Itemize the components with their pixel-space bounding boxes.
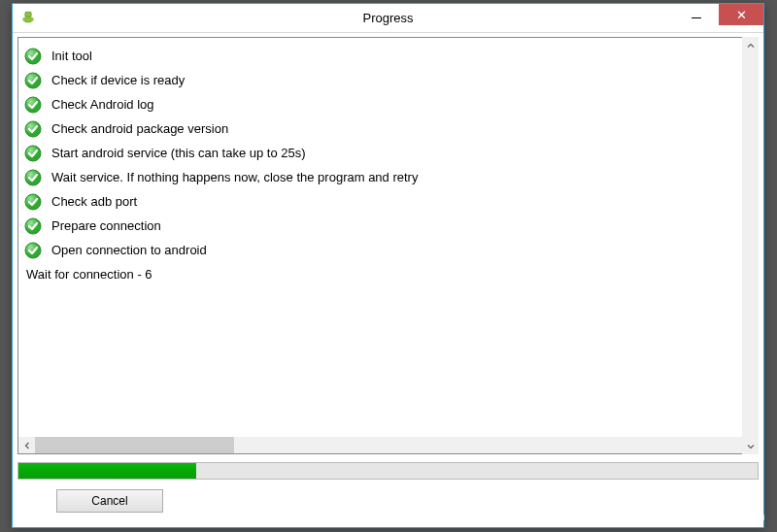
minimize-button[interactable] (674, 4, 719, 25)
list-item: Wait service. If nothing happens now, cl… (24, 165, 754, 189)
check-icon (24, 193, 42, 211)
svg-point-6 (25, 49, 41, 64)
item-label: Open connection to android (51, 243, 207, 257)
cc-icon (677, 507, 694, 524)
scroll-thumb[interactable] (35, 437, 234, 453)
check-icon (24, 48, 42, 65)
scroll-left-icon[interactable] (18, 437, 35, 453)
svg-point-14 (25, 243, 41, 258)
current-step: Wait for connection - 6 (24, 262, 754, 286)
check-icon (24, 145, 42, 162)
close-icon: ✕ (736, 9, 747, 21)
list-item: Check if device is ready (24, 68, 754, 92)
svg-point-13 (25, 218, 41, 234)
check-icon (24, 96, 42, 114)
svg-point-7 (25, 73, 41, 88)
item-label: Init tool (51, 49, 92, 63)
svg-rect-2 (23, 17, 25, 21)
window-title: Progress (13, 11, 763, 25)
progress-list-box: Init tool Check if device is ready Check… (17, 37, 759, 454)
svg-rect-1 (25, 17, 32, 22)
watermark: LO4D.com (677, 507, 765, 524)
check-icon (24, 242, 42, 259)
titlebar[interactable]: Progress ✕ (13, 4, 763, 33)
progress-window: Progress ✕ Init tool (12, 3, 764, 528)
list-item: Check Android log (24, 92, 754, 116)
close-button[interactable]: ✕ (719, 4, 763, 25)
minimize-icon (692, 17, 701, 18)
horizontal-scrollbar[interactable] (18, 437, 758, 453)
list-item: Init tool (24, 44, 754, 68)
svg-point-8 (25, 97, 41, 113)
check-icon (24, 72, 42, 89)
list-item: Prepare connection (24, 214, 754, 238)
watermark-text: LO4D.com (698, 509, 765, 523)
item-label: Check android package version (51, 121, 228, 136)
cancel-button[interactable]: Cancel (56, 489, 163, 513)
item-label: Start android service (this can take up … (51, 146, 306, 160)
list-item: Check android package version (24, 116, 754, 141)
svg-point-11 (25, 170, 41, 185)
vertical-scrollbar[interactable] (742, 37, 759, 454)
item-label: Check Android log (51, 97, 154, 112)
scroll-track[interactable] (35, 437, 741, 453)
check-icon (24, 169, 42, 186)
item-label: Prepare connection (51, 218, 161, 233)
svg-point-12 (25, 194, 41, 210)
list-item: Open connection to android (24, 238, 754, 262)
app-icon (20, 11, 36, 26)
progress-items: Init tool Check if device is ready Check… (18, 38, 758, 290)
client-area: Init tool Check if device is ready Check… (13, 33, 763, 517)
list-item: Start android service (this can take up … (24, 141, 754, 165)
button-row: Cancel (17, 489, 759, 513)
scroll-up-icon[interactable] (742, 37, 759, 53)
svg-point-10 (25, 146, 41, 161)
progress-bar (17, 462, 759, 480)
item-label: Check adb port (51, 194, 137, 209)
progress-bar-fill (18, 463, 196, 479)
svg-point-9 (25, 121, 41, 137)
wait-label: Wait for connection - 6 (26, 267, 152, 282)
svg-rect-3 (32, 17, 34, 21)
item-label: Check if device is ready (51, 73, 185, 87)
check-icon (24, 120, 42, 138)
list-item: Check adb port (24, 189, 754, 214)
check-icon (24, 217, 42, 235)
scroll-down-icon[interactable] (742, 438, 759, 454)
window-controls: ✕ (674, 4, 763, 25)
item-label: Wait service. If nothing happens now, cl… (51, 170, 418, 184)
